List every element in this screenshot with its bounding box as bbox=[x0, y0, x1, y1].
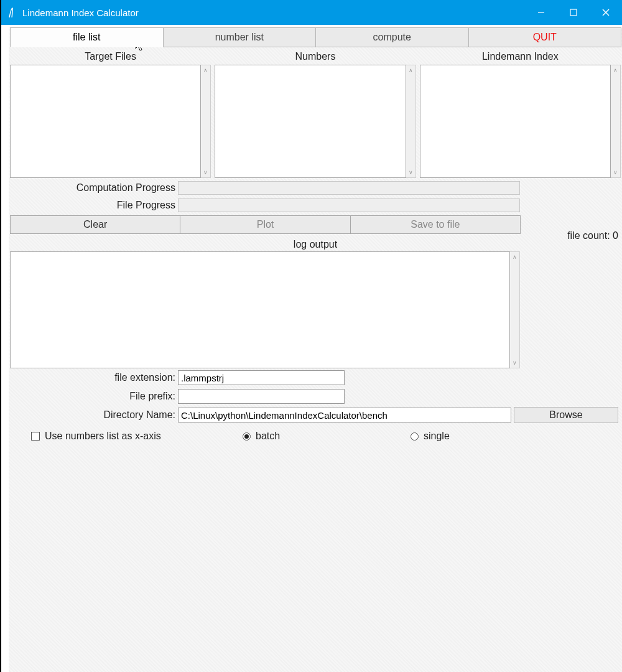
file-progress-bar bbox=[178, 198, 520, 212]
scroll-up-icon: ∧ bbox=[513, 254, 517, 260]
target-files-listbox[interactable] bbox=[10, 65, 201, 178]
lindemann-scrollbar[interactable]: ∧ ∨ bbox=[611, 65, 621, 178]
app-icon bbox=[7, 7, 17, 18]
plot-button[interactable]: Plot bbox=[180, 215, 350, 234]
close-button[interactable] bbox=[590, 0, 622, 25]
file-extension-label: file extension: bbox=[10, 372, 178, 383]
scroll-up-icon: ∧ bbox=[203, 67, 208, 73]
use-numbers-xaxis-checkbox[interactable]: Use numbers list as x-axis bbox=[31, 431, 243, 442]
tab-number-list[interactable]: number list bbox=[163, 27, 317, 47]
target-files-scrollbar[interactable]: ∧ ∨ bbox=[201, 65, 211, 178]
scroll-down-icon: ∨ bbox=[613, 169, 618, 175]
directory-name-input[interactable] bbox=[178, 408, 511, 422]
checkbox-icon bbox=[31, 432, 40, 441]
numbers-label: Numbers bbox=[215, 49, 415, 65]
numbers-listbox[interactable] bbox=[215, 65, 406, 178]
title-bar: Lindemann Index Calculator bbox=[1, 0, 622, 25]
use-numbers-xaxis-label: Use numbers list as x-axis bbox=[45, 431, 161, 442]
target-files-label: Target Files bbox=[10, 49, 211, 65]
tab-row: file list number list compute QUIT bbox=[9, 27, 622, 47]
file-count-label: file count: 0 bbox=[567, 230, 618, 241]
browse-button[interactable]: Browse bbox=[514, 407, 618, 423]
scroll-down-icon: ∨ bbox=[409, 169, 413, 175]
svg-rect-1 bbox=[570, 9, 577, 16]
file-prefix-label: File prefix: bbox=[10, 391, 178, 402]
tab-quit[interactable]: QUIT bbox=[468, 27, 622, 47]
computation-progress-bar bbox=[178, 181, 520, 195]
tab-file-list[interactable]: file list bbox=[10, 27, 164, 47]
radio-icon bbox=[411, 432, 419, 441]
clear-button[interactable]: Clear bbox=[10, 215, 180, 234]
computation-progress-label: Computation Progress bbox=[10, 182, 178, 194]
log-output-textbox[interactable] bbox=[10, 251, 510, 368]
minimize-button[interactable] bbox=[525, 0, 557, 25]
lindemann-index-listbox[interactable] bbox=[420, 65, 611, 178]
numbers-scrollbar[interactable]: ∧ ∨ bbox=[406, 65, 416, 178]
single-radio[interactable]: single bbox=[411, 431, 578, 442]
file-prefix-input[interactable] bbox=[178, 389, 345, 404]
radio-icon bbox=[243, 432, 251, 441]
directory-name-label: Directory Name: bbox=[10, 409, 178, 421]
maximize-button[interactable] bbox=[557, 0, 590, 25]
batch-radio[interactable]: batch bbox=[243, 431, 411, 442]
log-scrollbar[interactable]: ∧ ∨ bbox=[510, 251, 520, 368]
scroll-down-icon: ∨ bbox=[203, 169, 208, 175]
save-to-file-button[interactable]: Save to file bbox=[350, 215, 521, 234]
window-title: Lindemann Index Calculator bbox=[22, 7, 139, 18]
log-output-label: log output bbox=[9, 235, 622, 251]
file-extension-input[interactable] bbox=[178, 370, 345, 385]
tab-compute[interactable]: compute bbox=[315, 27, 469, 47]
scroll-up-icon: ∧ bbox=[409, 67, 413, 73]
batch-label: batch bbox=[256, 431, 280, 442]
lindemann-index-label: Lindemann Index bbox=[420, 49, 621, 65]
scroll-up-icon: ∧ bbox=[613, 67, 618, 73]
file-progress-label: File Progress bbox=[10, 200, 178, 211]
single-label: single bbox=[424, 431, 450, 442]
scroll-down-icon: ∨ bbox=[513, 360, 517, 366]
